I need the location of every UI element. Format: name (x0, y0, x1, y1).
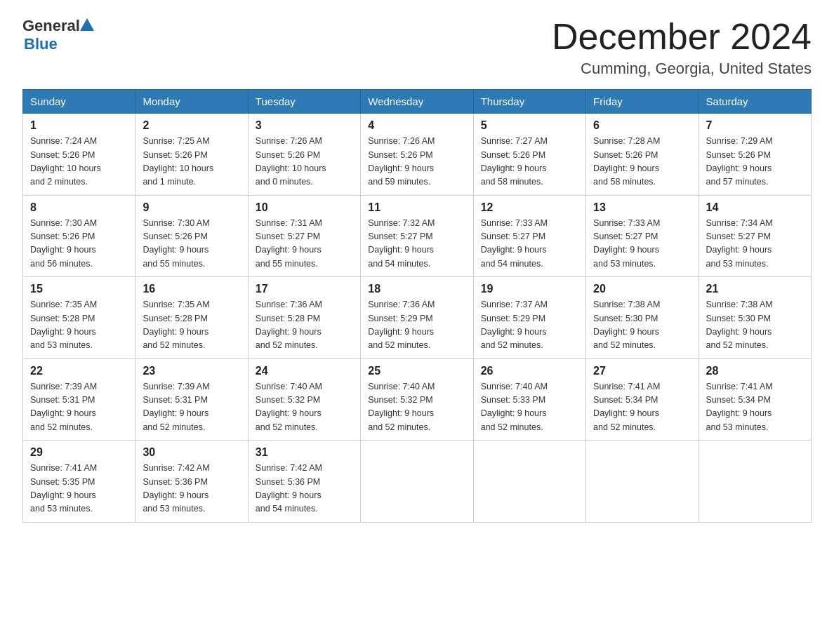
day-info: Sunrise: 7:29 AMSunset: 5:26 PMDaylight:… (706, 135, 804, 189)
logo: General Blue (22, 17, 94, 53)
calendar-cell: 28Sunrise: 7:41 AMSunset: 5:34 PMDayligh… (699, 358, 811, 441)
day-info: Sunrise: 7:30 AMSunset: 5:26 PMDaylight:… (30, 217, 128, 271)
day-number: 28 (706, 365, 804, 377)
calendar-cell (586, 441, 699, 523)
day-number: 15 (30, 283, 128, 295)
calendar-table: SundayMondayTuesdayWednesdayThursdayFrid… (22, 89, 812, 523)
day-number: 26 (481, 365, 578, 377)
calendar-cell (473, 441, 585, 523)
calendar-subtitle: Cumming, Georgia, United States (552, 60, 812, 78)
calendar-cell: 2Sunrise: 7:25 AMSunset: 5:26 PMDaylight… (135, 114, 248, 196)
day-info: Sunrise: 7:32 AMSunset: 5:27 PMDaylight:… (368, 217, 465, 271)
day-info: Sunrise: 7:36 AMSunset: 5:29 PMDaylight:… (368, 298, 465, 353)
day-info: Sunrise: 7:26 AMSunset: 5:26 PMDaylight:… (368, 135, 465, 189)
calendar-cell: 24Sunrise: 7:40 AMSunset: 5:32 PMDayligh… (248, 358, 360, 441)
day-info: Sunrise: 7:42 AMSunset: 5:36 PMDaylight:… (143, 462, 240, 516)
day-number: 11 (368, 201, 465, 214)
day-info: Sunrise: 7:38 AMSunset: 5:30 PMDaylight:… (706, 298, 804, 353)
calendar-cell: 27Sunrise: 7:41 AMSunset: 5:34 PMDayligh… (586, 358, 699, 441)
calendar-cell: 4Sunrise: 7:26 AMSunset: 5:26 PMDaylight… (361, 114, 473, 196)
day-number: 31 (256, 446, 353, 459)
calendar-header-row: SundayMondayTuesdayWednesdayThursdayFrid… (23, 90, 812, 114)
calendar-cell: 1Sunrise: 7:24 AMSunset: 5:26 PMDaylight… (23, 114, 135, 196)
day-info: Sunrise: 7:35 AMSunset: 5:28 PMDaylight:… (143, 298, 240, 353)
day-number: 7 (706, 119, 804, 132)
day-info: Sunrise: 7:42 AMSunset: 5:36 PMDaylight:… (256, 462, 353, 516)
day-info: Sunrise: 7:40 AMSunset: 5:32 PMDaylight:… (368, 380, 465, 435)
calendar-week-row: 1Sunrise: 7:24 AMSunset: 5:26 PMDaylight… (23, 114, 812, 196)
day-info: Sunrise: 7:27 AMSunset: 5:26 PMDaylight:… (481, 135, 578, 189)
day-number: 1 (30, 119, 128, 132)
calendar-cell (699, 441, 811, 523)
calendar-cell: 29Sunrise: 7:41 AMSunset: 5:35 PMDayligh… (23, 441, 135, 523)
calendar-cell: 22Sunrise: 7:39 AMSunset: 5:31 PMDayligh… (23, 358, 135, 441)
calendar-cell: 19Sunrise: 7:37 AMSunset: 5:29 PMDayligh… (473, 277, 585, 359)
calendar-cell: 6Sunrise: 7:28 AMSunset: 5:26 PMDaylight… (586, 114, 699, 196)
day-number: 24 (256, 365, 353, 377)
column-header-thursday: Thursday (473, 90, 585, 114)
day-info: Sunrise: 7:39 AMSunset: 5:31 PMDaylight:… (143, 380, 240, 435)
calendar-cell: 8Sunrise: 7:30 AMSunset: 5:26 PMDaylight… (23, 195, 135, 277)
day-number: 8 (30, 201, 128, 214)
day-number: 9 (143, 201, 240, 214)
day-number: 12 (481, 201, 578, 214)
day-info: Sunrise: 7:33 AMSunset: 5:27 PMDaylight:… (481, 217, 578, 271)
calendar-title: December 2024 (552, 17, 812, 57)
calendar-cell: 13Sunrise: 7:33 AMSunset: 5:27 PMDayligh… (586, 195, 699, 277)
day-number: 21 (706, 283, 804, 295)
day-info: Sunrise: 7:41 AMSunset: 5:34 PMDaylight:… (593, 380, 691, 435)
column-header-monday: Monday (135, 90, 248, 114)
page-header: General Blue December 2024 Cumming, Geor… (22, 17, 812, 78)
day-info: Sunrise: 7:40 AMSunset: 5:32 PMDaylight:… (256, 380, 353, 435)
column-header-saturday: Saturday (699, 90, 811, 114)
calendar-week-row: 22Sunrise: 7:39 AMSunset: 5:31 PMDayligh… (23, 358, 812, 441)
calendar-cell: 12Sunrise: 7:33 AMSunset: 5:27 PMDayligh… (473, 195, 585, 277)
calendar-cell: 31Sunrise: 7:42 AMSunset: 5:36 PMDayligh… (248, 441, 360, 523)
calendar-cell: 15Sunrise: 7:35 AMSunset: 5:28 PMDayligh… (23, 277, 135, 359)
day-number: 6 (593, 119, 691, 132)
calendar-cell: 16Sunrise: 7:35 AMSunset: 5:28 PMDayligh… (135, 277, 248, 359)
day-number: 29 (30, 446, 128, 459)
calendar-cell: 9Sunrise: 7:30 AMSunset: 5:26 PMDaylight… (135, 195, 248, 277)
column-header-wednesday: Wednesday (361, 90, 473, 114)
logo-blue-text: Blue (24, 35, 58, 53)
title-block: December 2024 Cumming, Georgia, United S… (552, 17, 812, 78)
day-number: 22 (30, 365, 128, 377)
calendar-cell: 25Sunrise: 7:40 AMSunset: 5:32 PMDayligh… (361, 358, 473, 441)
logo-triangle-icon (80, 18, 94, 31)
day-info: Sunrise: 7:24 AMSunset: 5:26 PMDaylight:… (30, 135, 128, 189)
day-number: 14 (706, 201, 804, 214)
calendar-week-row: 8Sunrise: 7:30 AMSunset: 5:26 PMDaylight… (23, 195, 812, 277)
day-info: Sunrise: 7:30 AMSunset: 5:26 PMDaylight:… (143, 217, 240, 271)
day-info: Sunrise: 7:41 AMSunset: 5:34 PMDaylight:… (706, 380, 804, 435)
day-info: Sunrise: 7:33 AMSunset: 5:27 PMDaylight:… (593, 217, 691, 271)
day-info: Sunrise: 7:39 AMSunset: 5:31 PMDaylight:… (30, 380, 128, 435)
calendar-week-row: 15Sunrise: 7:35 AMSunset: 5:28 PMDayligh… (23, 277, 812, 359)
day-info: Sunrise: 7:31 AMSunset: 5:27 PMDaylight:… (256, 217, 353, 271)
column-header-tuesday: Tuesday (248, 90, 360, 114)
day-number: 4 (368, 119, 465, 132)
calendar-cell: 30Sunrise: 7:42 AMSunset: 5:36 PMDayligh… (135, 441, 248, 523)
calendar-cell: 11Sunrise: 7:32 AMSunset: 5:27 PMDayligh… (361, 195, 473, 277)
day-info: Sunrise: 7:38 AMSunset: 5:30 PMDaylight:… (593, 298, 691, 353)
day-info: Sunrise: 7:35 AMSunset: 5:28 PMDaylight:… (30, 298, 128, 353)
calendar-cell: 14Sunrise: 7:34 AMSunset: 5:27 PMDayligh… (699, 195, 811, 277)
calendar-cell: 10Sunrise: 7:31 AMSunset: 5:27 PMDayligh… (248, 195, 360, 277)
day-number: 20 (593, 283, 691, 295)
day-number: 13 (593, 201, 691, 214)
day-number: 27 (593, 365, 691, 377)
calendar-cell: 7Sunrise: 7:29 AMSunset: 5:26 PMDaylight… (699, 114, 811, 196)
day-number: 19 (481, 283, 578, 295)
calendar-cell (361, 441, 473, 523)
day-info: Sunrise: 7:37 AMSunset: 5:29 PMDaylight:… (481, 298, 578, 353)
calendar-week-row: 29Sunrise: 7:41 AMSunset: 5:35 PMDayligh… (23, 441, 812, 523)
day-number: 10 (256, 201, 353, 214)
day-number: 18 (368, 283, 465, 295)
calendar-cell: 18Sunrise: 7:36 AMSunset: 5:29 PMDayligh… (361, 277, 473, 359)
calendar-cell: 3Sunrise: 7:26 AMSunset: 5:26 PMDaylight… (248, 114, 360, 196)
day-info: Sunrise: 7:28 AMSunset: 5:26 PMDaylight:… (593, 135, 691, 189)
day-number: 30 (143, 446, 240, 459)
day-number: 5 (481, 119, 578, 132)
day-number: 23 (143, 365, 240, 377)
calendar-cell: 26Sunrise: 7:40 AMSunset: 5:33 PMDayligh… (473, 358, 585, 441)
